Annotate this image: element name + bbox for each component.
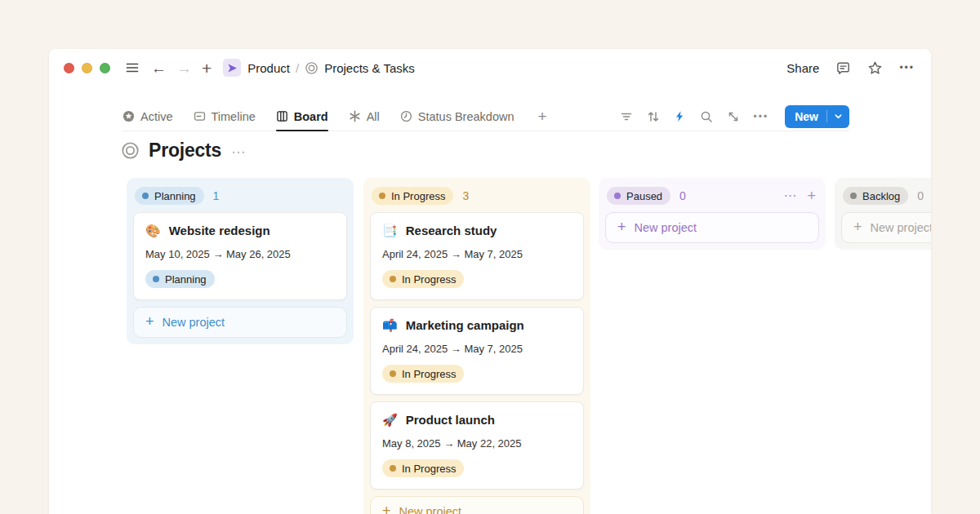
title-more-icon[interactable]: ⋯	[231, 144, 246, 161]
column-status-pill[interactable]: Paused	[607, 187, 670, 205]
card-title: Website redesign	[169, 224, 270, 237]
sidebar-toggle-icon[interactable]	[125, 60, 140, 75]
favorite-star-icon[interactable]	[867, 60, 883, 76]
column-header: In Progress 3	[370, 184, 584, 212]
new-button-label: New	[785, 110, 826, 123]
board-view-icon	[276, 110, 288, 122]
chevron-down-icon[interactable]	[827, 112, 849, 121]
view-controls: ••• New	[620, 105, 849, 128]
card-status-label: In Progress	[402, 368, 456, 380]
window-controls	[64, 63, 110, 73]
more-options-icon[interactable]: •••	[899, 62, 915, 73]
column-count: 1	[213, 189, 220, 202]
card-date-range: April 24, 2025 → May 7, 2025	[382, 248, 572, 260]
new-button[interactable]: New	[785, 105, 849, 128]
projects-target-icon	[121, 141, 140, 160]
column-status-pill[interactable]: Planning	[135, 187, 204, 205]
card-emoji: 📑	[382, 224, 398, 237]
column-name: Planning	[154, 190, 196, 202]
card-date-range: May 8, 2025 → May 22, 2025	[382, 437, 572, 450]
column-status-pill[interactable]: Backlog	[843, 187, 908, 205]
plus-icon: +	[382, 503, 391, 514]
tab-label: All	[367, 110, 380, 123]
new-project-label: New project	[399, 505, 462, 514]
timeline-view-icon	[194, 110, 206, 122]
sort-icon[interactable]	[647, 110, 660, 123]
new-page-icon[interactable]: +	[202, 60, 212, 77]
column-count: 3	[462, 189, 469, 202]
project-card[interactable]: 📫 Marketing campaign April 24, 2025 → Ma…	[370, 307, 584, 395]
board-column-in-progress: In Progress 3 📑 Research study April 24,…	[363, 178, 590, 514]
filter-icon[interactable]	[620, 110, 633, 123]
tab-status-breakdown[interactable]: Status Breakdown	[400, 102, 514, 131]
comments-icon[interactable]	[835, 60, 851, 76]
tab-timeline[interactable]: Timeline	[194, 102, 256, 131]
card-title: Marketing campaign	[406, 318, 524, 332]
column-count: 0	[679, 189, 686, 202]
zoom-window-button[interactable]	[100, 63, 110, 73]
card-title: Product launch	[406, 413, 495, 427]
page-title-row: Projects ⋯	[121, 140, 246, 162]
plus-icon: +	[617, 219, 626, 236]
status-dot	[614, 193, 621, 199]
card-status-pill: Planning	[145, 270, 215, 288]
close-window-button[interactable]	[64, 63, 74, 73]
tab-board[interactable]: Board	[276, 102, 328, 131]
column-header: Paused 0 ⋯ +	[605, 184, 819, 212]
project-card[interactable]: 🎨 Website redesign May 10, 2025 → May 26…	[133, 212, 347, 300]
tab-all[interactable]: All	[349, 102, 380, 131]
add-view-icon[interactable]: +	[537, 108, 546, 126]
new-project-button[interactable]: + New project	[133, 307, 347, 338]
automations-bolt-icon[interactable]	[674, 110, 686, 122]
board-column-backlog: Backlog 0 + New project	[835, 178, 931, 250]
column-name: Paused	[626, 190, 662, 202]
new-project-label: New project	[163, 316, 225, 329]
expand-icon[interactable]	[727, 110, 740, 123]
card-status-pill: In Progress	[382, 459, 464, 477]
new-project-button[interactable]: + New project	[605, 212, 819, 243]
board-column-planning: Planning 1 🎨 Website redesign May 10, 20…	[127, 178, 354, 344]
tab-label: Active	[140, 110, 173, 123]
new-project-button[interactable]: + New project	[370, 496, 584, 514]
column-header: Backlog 0	[841, 184, 931, 212]
column-add-icon[interactable]: +	[807, 188, 816, 203]
view-more-icon[interactable]: •••	[754, 111, 769, 122]
tab-label: Timeline	[212, 110, 256, 123]
new-project-label: New project	[635, 221, 697, 234]
page-title: Projects	[149, 140, 221, 162]
card-emoji: 🚀	[382, 414, 398, 426]
status-dot	[379, 193, 385, 199]
workspace-logo-icon[interactable]	[223, 59, 241, 77]
column-count: 0	[917, 189, 924, 202]
view-tabbar: Active Timeline Board All Status Breakdo…	[122, 102, 849, 131]
back-icon[interactable]: ←	[151, 60, 167, 76]
tab-label: Status Breakdown	[418, 110, 514, 123]
plus-icon: +	[853, 219, 862, 236]
new-project-label: New project	[871, 221, 931, 234]
column-status-pill[interactable]: In Progress	[372, 187, 453, 205]
card-status-pill: In Progress	[382, 270, 464, 288]
breadcrumb-page[interactable]: Projects & Tasks	[324, 61, 415, 75]
minimize-window-button[interactable]	[82, 63, 92, 73]
card-title: Research study	[406, 224, 497, 237]
tab-label: Board	[294, 110, 328, 123]
all-view-icon	[349, 110, 361, 122]
column-more-icon[interactable]: ⋯	[783, 189, 797, 202]
project-card[interactable]: 🚀 Product launch May 8, 2025 → May 22, 2…	[370, 401, 584, 490]
forward-icon[interactable]: →	[176, 60, 192, 76]
new-project-button[interactable]: + New project	[841, 212, 931, 243]
search-icon[interactable]	[700, 110, 713, 123]
status-dot	[153, 276, 159, 282]
board-view: Planning 1 🎨 Website redesign May 10, 20…	[49, 178, 931, 514]
breadcrumb-separator: /	[296, 61, 299, 75]
project-card[interactable]: 📑 Research study April 24, 2025 → May 7,…	[370, 212, 584, 300]
board-column-paused: Paused 0 ⋯ + + New project	[599, 178, 826, 250]
status-dot	[850, 193, 857, 199]
card-date-range: May 10, 2025 → May 26, 2025	[145, 248, 335, 260]
share-button[interactable]: Share	[786, 61, 819, 75]
plus-icon: +	[145, 313, 154, 330]
tab-active[interactable]: Active	[122, 102, 173, 131]
breadcrumb-workspace[interactable]: Product	[247, 61, 290, 75]
status-breakdown-view-icon	[400, 110, 412, 122]
window-topbar: ← → + Product / Projects & Tasks Share •…	[49, 49, 931, 86]
